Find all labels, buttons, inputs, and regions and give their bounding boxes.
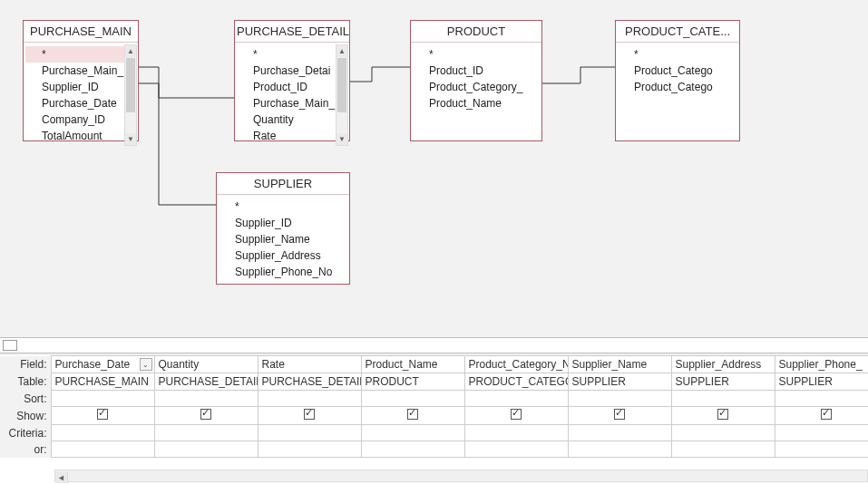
table-product-category[interactable]: PRODUCT_CATE... * Product_Catego Product… xyxy=(615,20,740,141)
field-item[interactable]: TotalAmount xyxy=(38,128,129,144)
grid-cell-or[interactable] xyxy=(154,441,258,458)
field-item[interactable]: Supplier_Phone_No xyxy=(231,264,340,280)
grid-cell-show[interactable] xyxy=(51,407,154,425)
grid-cell-field[interactable]: Supplier_Phone_ xyxy=(775,356,868,373)
grid-cell-criteria[interactable] xyxy=(258,425,361,441)
scroll-down-icon[interactable]: ▼ xyxy=(125,133,136,145)
grid-cell-field[interactable]: Product_Name xyxy=(361,356,464,373)
checkbox-icon[interactable] xyxy=(304,409,315,420)
grid-cell-table[interactable]: PURCHASE_DETAIL xyxy=(154,373,258,391)
grid-cell-table[interactable]: PURCHASE_DETAIL xyxy=(258,373,361,391)
grid-cell-sort[interactable] xyxy=(258,391,361,407)
grid-cell-sort[interactable] xyxy=(361,391,464,407)
checkbox-icon[interactable] xyxy=(821,409,832,420)
grid-row-criteria: Criteria: xyxy=(0,425,868,441)
field-item[interactable]: Company_ID xyxy=(38,111,129,128)
table-purchase-detail[interactable]: PURCHASE_DETAIL * Purchase_Detai Product… xyxy=(234,20,350,141)
field-item[interactable]: * xyxy=(25,46,136,63)
grid-cell-table[interactable]: SUPPLIER xyxy=(671,373,775,391)
field-item[interactable]: Product_Catego xyxy=(630,63,730,79)
checkbox-icon[interactable] xyxy=(97,409,108,420)
grid-cell-or[interactable] xyxy=(361,441,464,458)
scrollbar-vertical[interactable]: ▲ ▼ xyxy=(124,44,137,146)
checkbox-icon[interactable] xyxy=(614,409,625,420)
grid-cell-or[interactable] xyxy=(568,441,671,458)
grid-cell-or[interactable] xyxy=(464,441,568,458)
scroll-left-icon[interactable]: ◄ xyxy=(55,472,68,483)
table-product[interactable]: PRODUCT * Product_ID Product_Category_ P… xyxy=(410,20,542,141)
grid-cell-field[interactable]: Quantity xyxy=(154,356,258,373)
field-item[interactable]: Product_Category_ xyxy=(425,79,532,95)
checkbox-icon[interactable] xyxy=(717,409,728,420)
table-purchase-main[interactable]: PURCHASE_MAIN * Purchase_Main_ Supplier_… xyxy=(23,20,139,141)
grid-cell-criteria[interactable] xyxy=(775,425,868,441)
field-item[interactable]: Purchase_Main_ xyxy=(249,95,340,111)
scroll-up-icon[interactable]: ▲ xyxy=(336,45,347,57)
grid-cell-sort[interactable] xyxy=(671,391,775,407)
diagram-pane[interactable]: PURCHASE_MAIN * Purchase_Main_ Supplier_… xyxy=(0,0,868,335)
grid-cell-show[interactable] xyxy=(671,407,775,425)
field-item[interactable]: Product_Catego xyxy=(630,79,730,95)
field-item[interactable]: Purchase_Main_ xyxy=(38,63,129,79)
grid-cell-criteria[interactable] xyxy=(154,425,258,441)
grid-cell-criteria[interactable] xyxy=(671,425,775,441)
grid-cell-or[interactable] xyxy=(51,441,154,458)
table-supplier[interactable]: SUPPLIER * Supplier_ID Supplier_Name Sup… xyxy=(216,172,350,285)
scroll-up-icon[interactable]: ▲ xyxy=(125,45,136,57)
grid-cell-table[interactable]: SUPPLIER xyxy=(775,373,868,391)
field-item[interactable]: * xyxy=(425,46,532,63)
scrollbar-horizontal[interactable]: ◄ xyxy=(54,469,868,482)
field-item[interactable]: Product_Name xyxy=(425,95,532,111)
grid-cell-field[interactable]: Purchase_Date⌄ xyxy=(51,356,154,373)
grid-cell-field[interactable]: Product_Category_Na xyxy=(464,356,568,373)
grid-cell-criteria[interactable] xyxy=(568,425,671,441)
grid-cell-criteria[interactable] xyxy=(464,425,568,441)
grid-cell-or[interactable] xyxy=(671,441,775,458)
field-item[interactable]: Product_ID xyxy=(249,79,340,95)
scroll-thumb[interactable] xyxy=(337,58,346,112)
field-item[interactable]: Purchase_Date xyxy=(38,95,129,111)
grid-cell-criteria[interactable] xyxy=(361,425,464,441)
grid-cell-show[interactable] xyxy=(154,407,258,425)
scroll-thumb[interactable] xyxy=(126,58,135,112)
grid-cell-show[interactable] xyxy=(775,407,868,425)
grid-cell-table[interactable]: SUPPLIER xyxy=(568,373,671,391)
scroll-down-icon[interactable]: ▼ xyxy=(336,133,347,145)
grid-cell-or[interactable] xyxy=(775,441,868,458)
field-item[interactable]: Supplier_ID xyxy=(231,215,340,231)
grid-cell-field[interactable]: Supplier_Name xyxy=(568,356,671,373)
checkbox-icon[interactable] xyxy=(407,409,418,420)
grid-cell-sort[interactable] xyxy=(154,391,258,407)
grid-cell-table[interactable]: PRODUCT xyxy=(361,373,464,391)
grid-cell-show[interactable] xyxy=(361,407,464,425)
field-item[interactable]: Product_ID xyxy=(425,63,532,79)
grid-cell-field[interactable]: Rate xyxy=(258,356,361,373)
field-item[interactable]: * xyxy=(231,198,340,215)
grid-cell-sort[interactable] xyxy=(568,391,671,407)
grid-cell-show[interactable] xyxy=(568,407,671,425)
grid-cell-sort[interactable] xyxy=(464,391,568,407)
grid-cell-sort[interactable] xyxy=(51,391,154,407)
grid-cell-table[interactable]: PURCHASE_MAIN xyxy=(51,373,154,391)
field-item[interactable]: * xyxy=(249,46,340,63)
field-item[interactable]: Quantity xyxy=(249,111,340,128)
grid-cell-criteria[interactable] xyxy=(51,425,154,441)
grid-cell-field[interactable]: Supplier_Address xyxy=(671,356,775,373)
checkbox-icon[interactable] xyxy=(200,409,211,420)
grid-cell-or[interactable] xyxy=(258,441,361,458)
field-item[interactable]: Supplier_Name xyxy=(231,231,340,247)
field-item[interactable]: Supplier_ID xyxy=(38,79,129,95)
grid-cell-table[interactable]: PRODUCT_CATEGORY xyxy=(464,373,568,391)
grid-cell-show[interactable] xyxy=(464,407,568,425)
checkbox-icon[interactable] xyxy=(511,409,522,420)
field-item[interactable]: Purchase_Detai xyxy=(249,63,340,79)
dropdown-icon[interactable]: ⌄ xyxy=(140,358,152,371)
splitter-bar[interactable] xyxy=(0,337,868,353)
field-item[interactable]: * xyxy=(630,46,730,63)
grid-cell-show[interactable] xyxy=(258,407,361,425)
query-design-grid[interactable]: Field: Purchase_Date⌄ Quantity Rate Prod… xyxy=(0,355,868,484)
scrollbar-vertical[interactable]: ▲ ▼ xyxy=(336,44,348,146)
field-item[interactable]: Rate xyxy=(249,128,340,144)
grid-cell-sort[interactable] xyxy=(775,391,868,407)
field-item[interactable]: Supplier_Address xyxy=(231,247,340,264)
